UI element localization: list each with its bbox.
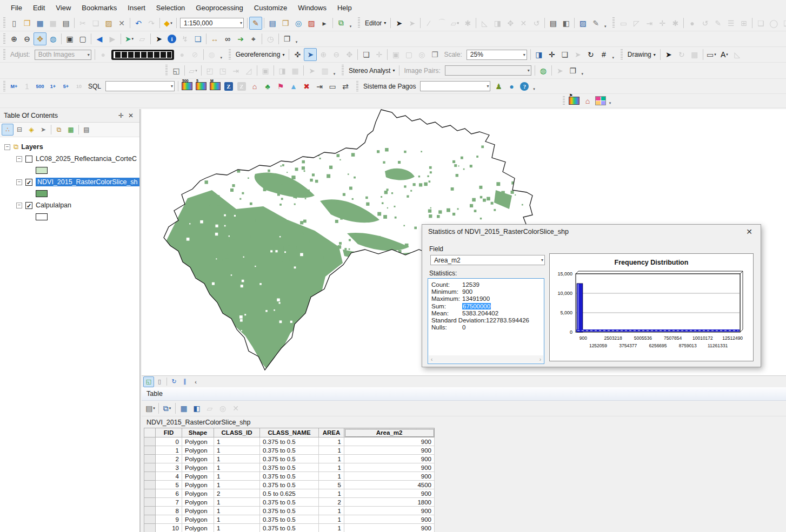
cell[interactable]: 0 [156, 437, 182, 446]
cell[interactable]: 0.375 to 0.5 [260, 437, 319, 446]
cell[interactable]: 6 [156, 489, 182, 498]
collapse-icon[interactable]: − [16, 179, 22, 185]
attributes-icon[interactable]: ▤ [547, 17, 559, 30]
cell[interactable]: 900 [344, 446, 435, 455]
red-house-icon[interactable]: ⌂ [581, 95, 594, 107]
tree-icon[interactable]: ♣ [261, 80, 274, 93]
editor-pencil-icon[interactable]: ✎ [249, 17, 262, 30]
table-row[interactable]: 8Polygon10.375 to 0.51900 [144, 507, 435, 515]
row-selector[interactable] [144, 455, 156, 463]
toc-window-icon[interactable]: ▤ [266, 17, 279, 30]
column-header-fid[interactable]: FID [156, 428, 182, 437]
stereo-analyst-menu[interactable]: Stereo Analyst▾ [346, 67, 397, 75]
row-selector[interactable] [144, 472, 156, 481]
cell[interactable]: Polygon [182, 481, 214, 489]
editor-menu[interactable]: Editor▾ [362, 19, 389, 27]
cell[interactable]: 1 [214, 472, 260, 481]
undo-icon[interactable]: ↶ [132, 17, 145, 30]
table-row[interactable]: 2Polygon10.375 to 0.51900 [144, 455, 435, 463]
cell[interactable]: 0.5 to 0.625 [260, 489, 319, 498]
sphere-icon[interactable]: ● [505, 80, 518, 93]
select-by-attributes-icon[interactable]: ▦ [177, 402, 190, 415]
column-header-class_id[interactable]: CLASS_ID [214, 428, 260, 437]
search-window-icon[interactable]: ◎ [292, 17, 305, 30]
toolbar-grip[interactable] [229, 49, 231, 60]
tin-pyramid-icon[interactable]: ▲ [287, 80, 300, 93]
toolbar-grip[interactable] [621, 49, 623, 60]
cell[interactable]: Polygon [182, 455, 214, 463]
toolbar-overflow[interactable]: ▾ [348, 24, 354, 31]
cell[interactable]: 1 [214, 481, 260, 489]
fixed-zoom-in-icon[interactable]: ▣ [63, 32, 76, 45]
cell[interactable]: 10 [156, 524, 182, 532]
attach-table-icon[interactable]: ⇥ [313, 80, 326, 93]
cell[interactable]: 1 [214, 507, 260, 515]
row-selector[interactable] [144, 515, 156, 524]
add-500-points-icon[interactable]: 500 [34, 80, 46, 93]
toolbar-grip[interactable] [3, 33, 5, 44]
statistics-values-box[interactable]: Count:12539Minimum:900Maximum:13491900Su… [428, 278, 544, 364]
cell[interactable]: 1 [214, 498, 260, 507]
cell[interactable]: 1 [214, 463, 260, 472]
toolbar-overflow[interactable]: ▾ [218, 56, 224, 62]
catalog-window-icon[interactable]: ❒ [279, 17, 292, 30]
layer-checkbox[interactable] [25, 156, 32, 163]
new-document-icon[interactable]: ▯ [8, 17, 21, 30]
column-header-class_name[interactable]: CLASS_NAME [260, 428, 319, 437]
layer-label[interactable]: NDVI_2015_RasterColorSlice_sh [36, 178, 139, 186]
colorbar-flag-icon[interactable]: ⚑ [569, 97, 579, 105]
menu-insert[interactable]: Insert [122, 2, 151, 14]
open-folder-icon[interactable]: ❒ [21, 17, 34, 30]
cell[interactable]: Polygon [182, 463, 214, 472]
edit-tool-icon[interactable]: ➤ [392, 17, 405, 30]
back-extent-icon[interactable]: ◀ [93, 32, 106, 45]
viewer-split-icon[interactable]: ◨ [532, 48, 545, 61]
menu-geoprocessing[interactable]: Geoprocessing [190, 2, 248, 14]
cell[interactable]: 8 [156, 507, 182, 515]
delete-icon[interactable]: ✕ [115, 17, 128, 30]
toolbar-overflow[interactable]: ▾ [607, 101, 613, 107]
map-scale-combo[interactable]: 1:150,000▾ [180, 18, 244, 28]
layer-options-icon[interactable]: ⧉ [53, 124, 65, 136]
find-icon[interactable]: ∞ [221, 32, 234, 45]
remove-db-icon[interactable]: ✖ [300, 80, 313, 93]
data-view-icon[interactable]: ◱ [143, 376, 154, 387]
list-by-source-icon[interactable]: ⊟ [14, 124, 25, 136]
cell[interactable]: 0.375 to 0.5 [260, 472, 319, 481]
select-features-icon[interactable]: ➤▾ [123, 32, 136, 45]
cell[interactable]: Polygon [182, 437, 214, 446]
cell[interactable]: 1 [214, 455, 260, 463]
row-selector[interactable] [144, 463, 156, 472]
toolbar-grip[interactable] [356, 81, 358, 91]
row-selector[interactable] [144, 489, 156, 498]
refresh-view-icon[interactable]: ↻ [169, 376, 179, 387]
cell[interactable]: 900 [344, 507, 435, 515]
menu-view[interactable]: View [50, 2, 76, 14]
cell[interactable]: Polygon [182, 446, 214, 455]
rotate-view-icon[interactable]: ↻ [584, 48, 597, 61]
horizontal-scrollbar[interactable]: ‹ › [429, 355, 543, 363]
cell[interactable]: 1 [156, 446, 182, 455]
arctoolbox-icon[interactable]: ▨ [305, 17, 318, 30]
cell[interactable]: Polygon [182, 515, 214, 524]
select-link-icon[interactable]: ➤ [304, 48, 317, 61]
toolbar-overflow[interactable]: ▾ [610, 56, 616, 62]
cell[interactable]: 0.375 to 0.5 [260, 455, 319, 463]
colorbar-500-icon[interactable]: 500 [182, 82, 192, 90]
select-elements-icon[interactable]: ➤ [152, 32, 165, 45]
back-page-icon[interactable]: ‹ [190, 376, 201, 387]
parcel-explorer-icon[interactable]: ◱ [170, 64, 183, 77]
cell[interactable]: 1 [214, 437, 260, 446]
row-selector[interactable] [144, 446, 156, 455]
toc-options-icon[interactable]: ▤ [81, 124, 92, 136]
scroll-right-icon[interactable]: › [539, 356, 541, 362]
close-icon[interactable]: ✕ [126, 112, 136, 119]
cell[interactable]: 3 [156, 463, 182, 472]
toolbar-grip[interactable] [3, 49, 5, 60]
cell[interactable]: 0.375 to 0.5 [260, 446, 319, 455]
switch-selection-icon[interactable]: ◧ [190, 402, 203, 415]
layer-checkbox[interactable]: ✓ [25, 179, 32, 186]
cell[interactable]: 900 [344, 524, 435, 532]
fixed-zoom-out-icon[interactable]: ▢ [76, 32, 89, 45]
shape-rectangle-icon[interactable]: ▭▾ [705, 48, 718, 61]
